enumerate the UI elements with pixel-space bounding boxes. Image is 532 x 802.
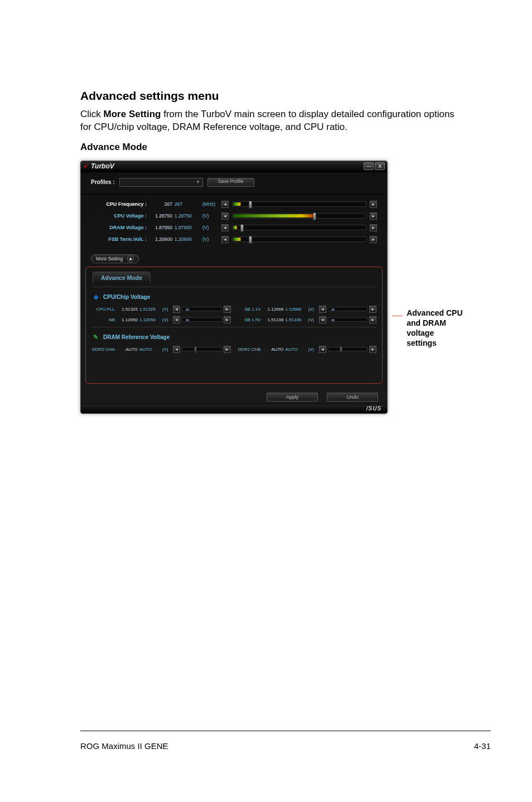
more-setting-label: More Setting xyxy=(96,256,123,262)
footer-left: ROG Maximus II GENE xyxy=(80,741,168,751)
callout-line xyxy=(392,316,402,316)
row-unit: (V) xyxy=(202,225,219,230)
mini-value: 1.12650 xyxy=(117,317,138,322)
app-title: TurboV xyxy=(91,162,114,170)
slider-track[interactable] xyxy=(328,317,368,322)
mini-unit: (V) xyxy=(308,317,317,322)
mini-value: 1.51106 xyxy=(263,317,284,322)
row-label: DRAM Voltage : xyxy=(91,225,147,230)
mini-unit: (V) xyxy=(308,347,317,352)
tab-advance-mode[interactable]: Advance Mode xyxy=(93,272,151,283)
decrease-button[interactable]: ◄ xyxy=(221,224,229,231)
main-sliders: CPU Frequency : 267 267 (MHz) ◄ ► CPU Vo… xyxy=(81,194,387,249)
table-row: NB 1.12650 1.12650 (V) ◄ ► SB 1.5V 1.511… xyxy=(91,316,376,323)
decrease-button[interactable]: ◄ xyxy=(173,306,180,313)
save-profile-button[interactable]: Save Profile xyxy=(207,178,254,187)
app-check-icon: ✔ xyxy=(83,163,89,170)
decrease-button[interactable]: ◄ xyxy=(221,201,229,208)
row-value: 267 xyxy=(149,201,172,207)
group-title: DRAM Reference Voltage xyxy=(103,334,170,340)
cpu-chip-icon: ◈ xyxy=(91,293,100,301)
mini-value: AUTO xyxy=(263,347,284,352)
more-setting-button[interactable]: More Setting ▲ xyxy=(91,254,139,263)
slider-track[interactable] xyxy=(232,236,366,242)
mini-label: DDR2 CHA xyxy=(91,347,115,352)
row-label: FSB Term.Volt. : xyxy=(91,236,147,242)
mini-unit: (V) xyxy=(308,307,317,312)
increase-button[interactable]: ► xyxy=(224,306,231,313)
cpu-voltage-row: CPU Voltage : 1.28750 1.28750 (V) ◄ ► xyxy=(91,210,377,222)
cpu-frequency-row: CPU Frequency : 267 267 (MHz) ◄ ► xyxy=(91,199,377,210)
row-value: 1.87950 xyxy=(149,225,172,230)
slider-track[interactable] xyxy=(232,201,366,207)
mini-value-target: AUTO xyxy=(286,347,307,352)
slider-track[interactable] xyxy=(328,307,368,311)
cpu-chip-voltage-group: ◈ CPU/Chip Voltage CPU PLL 1.51325 1.513… xyxy=(91,287,376,323)
mini-label: NB xyxy=(91,317,115,322)
minimize-button[interactable]: — xyxy=(364,162,374,170)
footer-right: 4-31 xyxy=(474,741,491,751)
decrease-button[interactable]: ◄ xyxy=(221,212,229,220)
close-button[interactable]: X xyxy=(375,162,385,170)
decrease-button[interactable]: ◄ xyxy=(221,236,229,243)
mini-label: CPU PLL xyxy=(91,307,115,312)
mini-value: 1.51325 xyxy=(117,307,138,312)
increase-button[interactable]: ► xyxy=(369,316,376,323)
row-value-target: 1.87950 xyxy=(175,225,200,230)
increase-button[interactable]: ► xyxy=(370,201,377,208)
mini-value: AUTO xyxy=(117,347,138,352)
row-label: CPU Frequency : xyxy=(91,201,147,207)
undo-button[interactable]: Undo xyxy=(327,393,378,402)
slider-track[interactable] xyxy=(182,347,222,351)
increase-button[interactable]: ► xyxy=(369,306,376,313)
pencil-icon: ✎ xyxy=(91,333,100,341)
page-title: Advanced settings menu xyxy=(80,89,465,103)
mini-label: SB 1.1V xyxy=(238,307,261,312)
slider-track[interactable] xyxy=(182,307,222,311)
brand-label: /SUS xyxy=(81,404,387,413)
row-unit: (V) xyxy=(202,213,219,219)
fsb-term-volt-row: FSB Term.Volt. : 1.20600 1.20600 (V) ◄ ► xyxy=(91,234,377,245)
ddr2-chb-slider: DDR2 CHB AUTO AUTO (V) ◄ ► xyxy=(238,346,377,353)
decrease-button[interactable]: ◄ xyxy=(319,306,326,313)
table-row: DDR2 CHA AUTO AUTO (V) ◄ ► DDR2 CHB AUTO… xyxy=(91,346,376,353)
group-title: CPU/Chip Voltage xyxy=(103,294,150,300)
dram-reference-voltage-group: ✎ DRAM Reference Voltage DDR2 CHA AUTO A… xyxy=(91,327,376,379)
increase-button[interactable]: ► xyxy=(369,346,376,353)
decrease-button[interactable]: ◄ xyxy=(319,346,326,353)
section-desc: Click More Setting from the TurboV main … xyxy=(80,108,465,134)
callout-text: Advanced CPU and DRAM voltage settings xyxy=(407,308,465,349)
slider-track[interactable] xyxy=(328,347,368,351)
decrease-button[interactable]: ◄ xyxy=(173,316,180,323)
mini-unit: (V) xyxy=(162,307,171,312)
profiles-select[interactable]: ▼ xyxy=(119,178,203,187)
chevron-down-icon: ▼ xyxy=(196,180,200,185)
row-unit: (MHz) xyxy=(202,201,219,207)
decrease-button[interactable]: ◄ xyxy=(319,316,326,323)
slider-track[interactable] xyxy=(182,317,222,322)
mini-label: SB 1.5V xyxy=(238,317,261,322)
increase-button[interactable]: ► xyxy=(224,346,231,353)
mini-value-target: 1.12666 xyxy=(286,307,307,312)
mini-unit: (V) xyxy=(162,317,171,322)
sb-1-5v-slider: SB 1.5V 1.51106 1.51106 (V) ◄ ► xyxy=(238,316,377,323)
dram-voltage-row: DRAM Voltage : 1.87950 1.87950 (V) ◄ ► xyxy=(91,222,377,234)
footer-bar: Apply Undo xyxy=(81,388,387,404)
increase-button[interactable]: ► xyxy=(224,316,231,323)
increase-button[interactable]: ► xyxy=(370,212,377,220)
row-value-target: 1.20600 xyxy=(175,236,200,242)
increase-button[interactable]: ► xyxy=(370,236,377,243)
row-unit: (V) xyxy=(202,236,219,242)
profiles-label: Profiles : xyxy=(91,179,115,185)
decrease-button[interactable]: ◄ xyxy=(173,346,180,353)
slider-track[interactable] xyxy=(232,225,366,230)
row-value-target: 1.28750 xyxy=(175,213,200,219)
increase-button[interactable]: ► xyxy=(370,224,377,231)
apply-button[interactable]: Apply xyxy=(267,393,318,402)
mini-label: DDR2 CHB xyxy=(238,347,261,352)
mini-value-target: 1.12650 xyxy=(139,317,161,322)
mini-unit: (V) xyxy=(162,347,171,352)
turbo-window: ✔ TurboV — X Profiles : ▼ Save Profile xyxy=(80,161,388,414)
cpu-pll-slider: CPU PLL 1.51325 1.51325 (V) ◄ ► xyxy=(91,306,231,313)
slider-track[interactable] xyxy=(232,213,366,219)
